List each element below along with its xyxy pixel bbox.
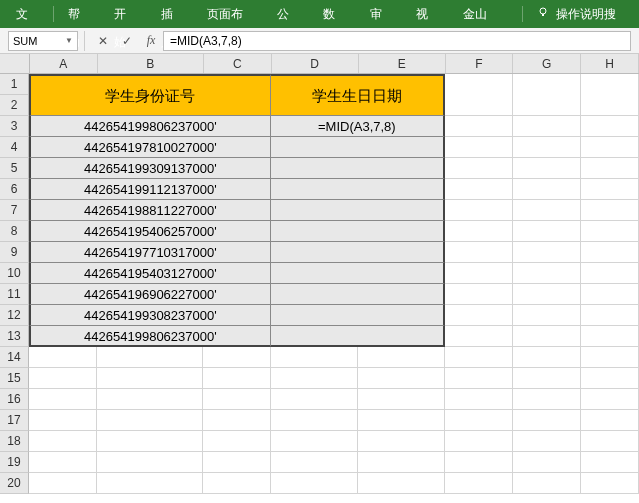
row-header[interactable]: 5 [0,158,29,179]
birthday-cell[interactable] [271,179,445,200]
chevron-down-icon[interactable]: ▼ [65,36,73,45]
cell[interactable] [445,74,513,116]
cell[interactable] [29,347,97,368]
cell[interactable] [97,389,203,410]
menu-review[interactable]: 审阅 [358,0,405,28]
cell[interactable] [97,368,203,389]
birthday-cell[interactable] [271,158,445,179]
cell[interactable] [445,326,513,347]
cell[interactable] [97,473,203,494]
row-header[interactable]: 10 [0,263,29,284]
col-header-A[interactable]: A [30,54,98,73]
cell[interactable] [203,452,271,473]
birthday-cell[interactable] [271,263,445,284]
cell[interactable] [513,116,581,137]
id-cell[interactable]: 442654195406257000' [29,221,271,242]
menu-data[interactable]: 数据 [311,0,358,28]
cell[interactable] [358,410,445,431]
header-id-title[interactable]: 学生身份证号 [29,74,271,116]
id-cell[interactable]: 442654195403127000' [29,263,271,284]
cell[interactable] [513,305,581,326]
row-header[interactable]: 15 [0,368,29,389]
id-cell[interactable]: 442654197810027000' [29,137,271,158]
cell[interactable] [445,284,513,305]
id-cell[interactable]: 442654197710317000' [29,242,271,263]
cell[interactable] [271,452,358,473]
cell[interactable] [581,473,639,494]
row-header[interactable]: 9 [0,242,29,263]
row-header[interactable]: 12 [0,305,29,326]
cell[interactable] [445,431,513,452]
cell[interactable] [271,347,358,368]
cell[interactable] [581,242,639,263]
cell[interactable] [358,347,445,368]
menu-help[interactable]: 帮助 [56,0,103,28]
cell[interactable] [29,452,97,473]
cell[interactable] [513,326,581,347]
menu-kingsoft-pdf[interactable]: 金山PDF [451,0,520,28]
menu-pagelayout[interactable]: 页面布局 [195,0,264,28]
cell[interactable] [581,305,639,326]
cell[interactable] [29,431,97,452]
cell[interactable] [29,473,97,494]
cell[interactable] [445,116,513,137]
cell[interactable] [581,116,639,137]
cell[interactable] [581,347,639,368]
cell[interactable] [581,158,639,179]
menu-hint[interactable]: 操作说明搜索 [525,0,635,28]
cell[interactable] [445,452,513,473]
cell[interactable] [29,368,97,389]
cell[interactable] [445,410,513,431]
cell[interactable] [513,410,581,431]
cell[interactable] [513,347,581,368]
cell[interactable] [581,137,639,158]
cell[interactable] [581,389,639,410]
cell[interactable] [97,431,203,452]
cell[interactable] [445,242,513,263]
name-box[interactable]: SUM ▼ [8,31,78,51]
birthday-cell[interactable] [271,221,445,242]
row-header[interactable]: 11 [0,284,29,305]
cell[interactable] [513,179,581,200]
birthday-cell[interactable] [271,200,445,221]
cell[interactable] [445,389,513,410]
cell[interactable] [203,347,271,368]
row-header[interactable]: 4 [0,137,29,158]
cell[interactable] [203,389,271,410]
menu-view[interactable]: 视图 [404,0,451,28]
cell[interactable] [358,452,445,473]
cell[interactable] [271,368,358,389]
cell[interactable] [581,200,639,221]
cell[interactable] [445,200,513,221]
cell[interactable] [513,221,581,242]
birthday-cell[interactable] [271,242,445,263]
cell[interactable] [445,263,513,284]
cell[interactable] [581,74,639,116]
row-header[interactable]: 13 [0,326,29,347]
cancel-button[interactable]: ✕ [91,31,115,51]
col-header-C[interactable]: C [204,54,272,73]
row-header[interactable]: 19 [0,452,29,473]
cell[interactable] [581,179,639,200]
insert-function-button[interactable]: fx [139,31,163,51]
birthday-cell[interactable] [271,326,445,347]
cell[interactable] [513,263,581,284]
menu-formula[interactable]: 公式 [265,0,312,28]
cell[interactable] [513,137,581,158]
cell[interactable] [513,284,581,305]
cell[interactable] [29,389,97,410]
cell[interactable] [271,473,358,494]
row-header[interactable]: 18 [0,431,29,452]
cell[interactable] [513,473,581,494]
cell[interactable] [358,368,445,389]
menu-insert[interactable]: 插入 [149,0,196,28]
cell[interactable] [581,452,639,473]
cell[interactable] [203,410,271,431]
cell[interactable] [29,410,97,431]
cell[interactable] [581,221,639,242]
cell[interactable] [445,179,513,200]
enter-button[interactable]: ✓ [115,31,139,51]
cell[interactable] [203,368,271,389]
row-header[interactable]: 7 [0,200,29,221]
col-header-B[interactable]: B [98,54,204,73]
